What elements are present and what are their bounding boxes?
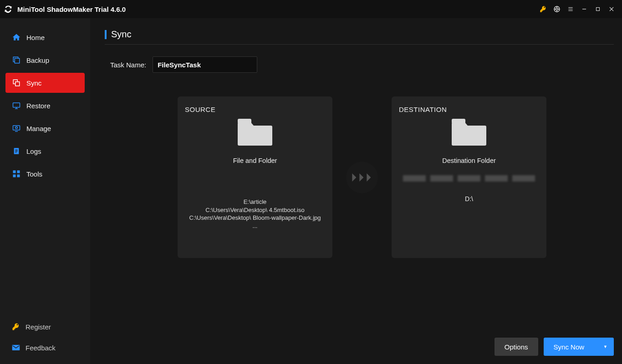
folder-icon (399, 118, 539, 146)
key-icon (12, 323, 20, 331)
svg-rect-7 (13, 103, 20, 107)
buoy-icon[interactable] (550, 2, 564, 16)
sidebar-item-manage[interactable]: Manage (5, 118, 85, 138)
sidebar-item-logs[interactable]: Logs (5, 141, 85, 161)
task-name-input[interactable] (153, 56, 257, 73)
sidebar-item-label: Home (26, 34, 45, 41)
source-card[interactable]: SOURCE File and Folder E:\article C:\Use… (178, 96, 332, 258)
options-button[interactable]: Options (495, 338, 538, 356)
tools-icon (12, 169, 21, 178)
svg-rect-8 (13, 126, 20, 130)
options-label: Options (505, 343, 528, 351)
svg-point-1 (556, 8, 558, 10)
svg-rect-6 (15, 82, 20, 86)
destination-drive: D:\ (399, 195, 539, 202)
svg-rect-14 (17, 175, 20, 177)
sidebar-item-sync[interactable]: Sync (5, 73, 85, 93)
task-name-row: Task Name: (105, 56, 614, 73)
minimize-icon[interactable] (577, 2, 591, 16)
sidebar-item-label: Tools (26, 170, 42, 178)
sidebar-feedback-label: Feedback (25, 344, 56, 352)
svg-rect-12 (17, 171, 20, 173)
sync-icon (12, 78, 21, 87)
destination-heading: DESTINATION (399, 106, 539, 113)
svg-rect-11 (13, 171, 16, 173)
destination-card[interactable]: DESTINATION Destination Folder D:\ (392, 96, 546, 258)
manage-icon (12, 124, 21, 133)
sidebar-register-label: Register (25, 323, 51, 331)
cards-row: SOURCE File and Folder E:\article C:\Use… (178, 96, 614, 258)
svg-point-9 (15, 126, 18, 129)
svg-rect-4 (15, 58, 20, 63)
app-title: MiniTool ShadowMaker Trial 4.6.0 (17, 5, 126, 13)
destination-path-redacted (399, 175, 539, 185)
sidebar-register[interactable]: Register (5, 318, 85, 336)
source-subtitle: File and Folder (185, 157, 325, 164)
page-header: Sync (105, 29, 614, 40)
sidebar: Home Backup Sync Restore Manage Logs (0, 18, 90, 364)
sidebar-item-label: Backup (26, 56, 49, 64)
sidebar-item-home[interactable]: Home (5, 27, 85, 47)
sync-direction-icon (346, 162, 378, 193)
app-logo: MiniTool ShadowMaker Trial 4.6.0 (4, 5, 126, 14)
accent-bar (105, 30, 107, 39)
page-title: Sync (111, 29, 131, 40)
sync-now-button[interactable]: Sync Now ▼ (544, 338, 614, 356)
register-key-icon[interactable] (536, 2, 550, 16)
home-icon (12, 33, 21, 42)
chevron-down-icon: ▼ (603, 344, 607, 349)
sidebar-item-label: Sync (26, 79, 41, 87)
mail-icon (12, 344, 20, 351)
logs-icon (12, 147, 21, 156)
source-paths: E:\article C:\Users\Vera\Desktop\ 4.5mtb… (185, 198, 325, 230)
maximize-icon[interactable] (591, 2, 605, 16)
header-divider (105, 44, 614, 45)
sidebar-item-backup[interactable]: Backup (5, 50, 85, 70)
svg-rect-2 (597, 8, 600, 11)
svg-rect-13 (13, 175, 16, 177)
sync-now-label: Sync Now (554, 343, 585, 351)
title-bar: MiniTool ShadowMaker Trial 4.6.0 (0, 0, 622, 18)
backup-icon (12, 56, 21, 65)
folder-icon (185, 118, 325, 146)
restore-icon (12, 101, 21, 110)
destination-subtitle: Destination Folder (399, 157, 539, 164)
sidebar-item-label: Manage (26, 125, 51, 132)
main-panel: Sync Task Name: SOURCE File and Folder E… (90, 18, 622, 364)
app-logo-icon (4, 5, 13, 14)
footer-buttons: Options Sync Now ▼ (495, 338, 614, 356)
sidebar-item-label: Restore (26, 102, 51, 110)
sidebar-item-tools[interactable]: Tools (5, 164, 85, 184)
sidebar-item-restore[interactable]: Restore (5, 96, 85, 116)
sidebar-item-label: Logs (26, 147, 41, 155)
menu-icon[interactable] (564, 2, 577, 16)
sidebar-feedback[interactable]: Feedback (5, 339, 85, 357)
source-heading: SOURCE (185, 106, 325, 113)
task-name-label: Task Name: (110, 61, 146, 69)
close-icon[interactable] (605, 2, 618, 16)
